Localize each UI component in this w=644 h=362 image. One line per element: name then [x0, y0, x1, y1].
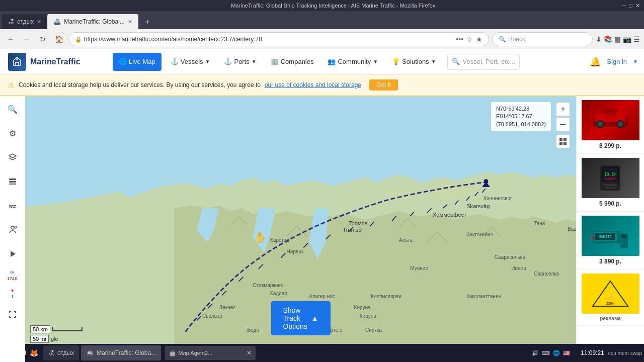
coord-decimal: (70.8951, 014.0882) — [496, 121, 546, 128]
url-menu-icon[interactable]: ••• — [456, 35, 463, 43]
nav-item-vessels[interactable]: ⚓ Vessels ▼ — [164, 49, 217, 74]
sidebar-layers-icon[interactable] — [4, 148, 22, 166]
new-tab-button[interactable]: + — [140, 15, 154, 29]
sidebar-stack-icon[interactable] — [4, 172, 22, 191]
close-button[interactable]: ✕ — [635, 3, 640, 9]
solutions-icon: 💡 — [392, 58, 400, 65]
back-button[interactable]: ← — [4, 33, 17, 46]
tab-close-button-mt[interactable]: ✕ — [128, 19, 132, 25]
track-options-label: Show Track Options — [283, 306, 307, 330]
svg-text:Саанселка: Саанселка — [534, 271, 559, 277]
browser-search-box[interactable]: 🔍 Поиск — [492, 32, 593, 46]
svg-text:MAKITA: MAKITA — [599, 235, 612, 239]
notification-bell-icon[interactable]: 🔔 — [590, 56, 601, 67]
tab-label: отдых — [17, 18, 34, 25]
sidebar-users-icon[interactable] — [4, 221, 22, 239]
zoom-out-button[interactable]: ─ — [556, 117, 570, 131]
ad-item-3[interactable]: MAKITA 3 890 р. — [577, 212, 644, 269]
library-icon[interactable]: 📚 — [604, 35, 612, 43]
tab-label-mt: MarineTraffic: Global... — [64, 18, 125, 25]
taskbar-item-marinetraffic[interactable]: 🚢 MarineTraffic: Globa... — [81, 345, 161, 360]
sidebar-fullscreen-icon[interactable] — [4, 305, 22, 323]
nav-community-label: Community — [338, 58, 371, 65]
port-icon: ⚓ — [224, 58, 232, 65]
svg-text:Кируна: Кируна — [360, 313, 377, 319]
signin-button[interactable]: Sign in — [607, 58, 627, 65]
ad-item-2[interactable]: 10.5m LASER 5 990 р. — [577, 154, 644, 212]
taskbar: 🪟 📁 🦊 🏖 отдых 🚢 MarineTraffic: Globa... … — [0, 344, 644, 362]
tray-icon-network[interactable]: 🌐 — [553, 350, 560, 356]
svg-text:Инари: Инари — [511, 265, 526, 271]
search-icon: 🔍 — [499, 36, 506, 43]
tray-icon-flag[interactable]: 🇺🇸 — [563, 350, 570, 356]
sidebar-filter-icon[interactable]: ⚙ — [4, 124, 22, 142]
companies-icon: 🏢 — [271, 58, 279, 65]
nav-item-companies[interactable]: 🏢 Companies — [264, 49, 321, 74]
cookie-link[interactable]: our use of cookies and local storage — [265, 81, 361, 88]
sidebar-play-icon[interactable] — [4, 245, 22, 263]
sidebar-stats2: ● 1 — [11, 287, 14, 299]
minimize-button[interactable]: ─ — [622, 3, 626, 9]
bookmark-star-icon[interactable]: ★ — [476, 35, 482, 43]
maximize-button[interactable]: □ — [629, 3, 632, 9]
bookmark-icon[interactable]: ☆ — [466, 35, 473, 43]
svg-rect-63 — [559, 142, 562, 145]
show-track-options-button[interactable]: Show Track Options ▲ — [271, 301, 330, 335]
layer-toggle-button[interactable] — [556, 134, 570, 148]
nav-ports-label: Ports — [234, 58, 249, 65]
taskbar-close-icon[interactable]: ✕ — [247, 349, 252, 356]
taskbar-item-otdykh[interactable]: 🏖 отдых — [43, 345, 79, 360]
taskbar-right: 🔊 ⌨ 🌐 🇺🇸 11:09:21 cpu mem swap — [532, 349, 642, 356]
taskbar-agent-item[interactable]: 🤖 Mлp Agent2... ✕ — [165, 346, 256, 360]
svg-text:✋: ✋ — [254, 231, 267, 243]
ad-image-2: 10.5m LASER — [582, 158, 639, 198]
logo-area: MarineTraffic — [0, 53, 111, 71]
tab-close-button[interactable]: ✕ — [37, 19, 41, 25]
ad-item-1[interactable]: 8 299 р. — [577, 96, 644, 154]
coord-lat: N70°53'42.28 — [496, 105, 546, 113]
tray-icon-volume[interactable]: 🔊 — [532, 350, 539, 356]
sidebar-toggle-icon[interactable]: ▤ — [614, 35, 621, 43]
refresh-button[interactable]: ↻ — [36, 33, 49, 46]
svg-marker-6 — [11, 251, 16, 257]
coord-lon: E014°05'17.67 — [496, 113, 546, 120]
sidebar-weather-icon[interactable] — [4, 197, 22, 215]
tab-marinetraffic[interactable]: 🚢 MarineTraffic: Global... ✕ — [47, 14, 138, 29]
community-dropdown-icon: ▼ — [373, 59, 378, 64]
tray-icon-keyboard[interactable]: ⌨ — [542, 350, 550, 356]
solutions-dropdown-icon: ▼ — [431, 59, 436, 64]
svg-rect-62 — [564, 138, 567, 141]
forward-button[interactable]: → — [20, 33, 33, 46]
nav-item-community[interactable]: 👥 Community ▼ — [320, 49, 385, 74]
signin-dropdown-icon[interactable]: ▼ — [633, 59, 638, 64]
taskbar-icon-2: 🚢 — [86, 349, 94, 356]
tab-favicon: 🏖 — [8, 18, 14, 25]
nav-item-solutions[interactable]: 💡 Solutions ▼ — [385, 49, 443, 74]
nav-item-ports[interactable]: ⚓ Ports ▼ — [217, 49, 263, 74]
window-controls[interactable]: ─ □ ✕ — [622, 3, 640, 9]
download-icon[interactable]: ⬇ — [596, 35, 602, 43]
svg-point-70 — [618, 122, 623, 127]
ad-item-4[interactable]: ⚡ 220V реклама — [577, 269, 644, 326]
sidebar-search-icon[interactable]: 🔍 — [4, 100, 22, 118]
tab-otdykh[interactable]: 🏖 отдых ✕ — [2, 14, 47, 29]
screenshot-icon[interactable]: 📷 — [623, 35, 631, 43]
svg-text:Тромсе: Тромсе — [348, 220, 367, 226]
app-search-box[interactable]: 🔍 Vessel, Port, etc... — [447, 54, 520, 70]
track-options-icon: ▲ — [311, 314, 318, 322]
home-button[interactable]: 🏠 — [52, 33, 65, 46]
svg-text:Сиркка: Сиркка — [365, 327, 382, 333]
taskbar-firefox-icon[interactable]: 🦊 — [30, 349, 38, 357]
map-container[interactable]: Skarsvåg Хаммерфест Хоннингсвог Тромсе T… — [25, 96, 576, 362]
svg-point-5 — [15, 226, 17, 228]
cookie-accept-button[interactable]: Got it — [369, 79, 398, 90]
nav-item-live-map[interactable]: 🌐 Live Map — [113, 53, 162, 71]
ad-price-4: реклама — [600, 316, 621, 321]
menu-icon[interactable]: ☰ — [633, 35, 640, 43]
svg-text:Хоннингсвог: Хоннингсвог — [483, 196, 512, 201]
nav-live-map-label: Live Map — [129, 58, 155, 65]
title-bar: MarineTraffic: Global Ship Tracking Inte… — [0, 0, 644, 11]
url-bar[interactable]: 🔒 https://www.marinetraffic.com/en/ais/h… — [68, 32, 489, 46]
zoom-in-button[interactable]: + — [556, 102, 570, 116]
taskbar-label-2: MarineTraffic: Globa... — [97, 349, 156, 356]
